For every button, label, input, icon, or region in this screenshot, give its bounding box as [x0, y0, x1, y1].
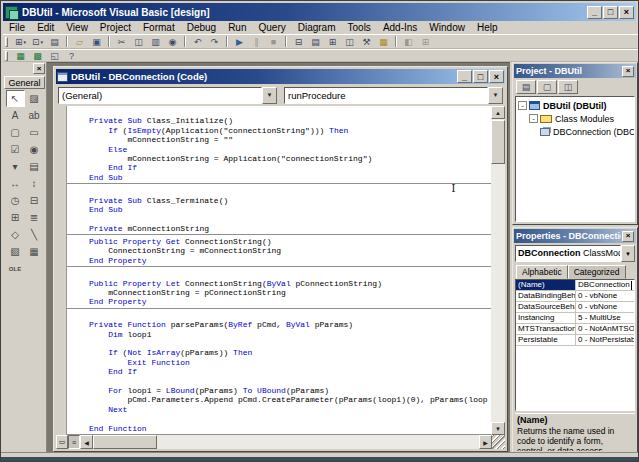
dhtml-designer-button[interactable]: ◱: [46, 49, 63, 62]
break-button[interactable]: ∥: [248, 35, 265, 48]
menu-item-window[interactable]: Window: [423, 21, 471, 34]
vertical-scroll-thumb[interactable]: [491, 120, 505, 164]
menu-item-edit[interactable]: Edit: [31, 21, 60, 34]
toolbox-close-icon[interactable]: ×: [33, 63, 45, 74]
vscrollbar-tool[interactable]: ↕: [25, 175, 44, 192]
menu-item-help[interactable]: Help: [471, 21, 504, 34]
code-minimize-button[interactable]: _: [457, 70, 472, 83]
toggle-folders-button[interactable]: ◫: [558, 80, 578, 94]
timer-tool[interactable]: ◷: [6, 192, 25, 209]
chevron-down-icon[interactable]: ▼: [488, 87, 503, 104]
menu-item-project[interactable]: Project: [94, 21, 137, 34]
code-margin-bar[interactable]: [56, 106, 67, 435]
copy-button[interactable]: ◫: [130, 35, 147, 48]
checkbox-tool[interactable]: ☑: [6, 141, 25, 158]
project-title-bar[interactable]: Project - DBUtil ×: [514, 64, 636, 78]
object-dropdown[interactable]: (General) ▼: [58, 87, 277, 104]
code-editor[interactable]: Private Sub Class_Initialize() If (IsEmp…: [67, 106, 491, 435]
expand-collapse-icon[interactable]: -: [518, 101, 527, 110]
properties-close-icon[interactable]: ×: [622, 231, 634, 242]
scroll-right-icon[interactable]: ▶: [479, 435, 492, 449]
menu-item-tools[interactable]: Tools: [342, 21, 377, 34]
open-project-button[interactable]: ▱: [71, 35, 88, 48]
filelistbox-tool[interactable]: ≣: [25, 209, 44, 226]
chevron-down-icon[interactable]: ▼: [262, 87, 277, 104]
property-row[interactable]: (Name)DBConnection: [516, 280, 634, 291]
expand-collapse-icon[interactable]: -: [529, 114, 538, 123]
frame-tool[interactable]: ▢: [6, 124, 25, 141]
tab-categorized[interactable]: Categorized: [568, 265, 626, 279]
object-selector-dropdown[interactable]: DBConnection ClassModule ▼: [515, 245, 635, 262]
data-report-button[interactable]: ▩: [29, 49, 46, 62]
menu-item-file[interactable]: File: [3, 21, 31, 34]
menu-item-addins[interactable]: Add-Ins: [377, 21, 423, 34]
tree-item-class-modules[interactable]: -Class Modules: [516, 112, 634, 125]
shape-tool[interactable]: ◇: [6, 226, 25, 243]
end-button[interactable]: ■: [265, 35, 282, 48]
view-object-button[interactable]: ▢: [537, 80, 557, 94]
code-maximize-button[interactable]: □: [473, 70, 488, 83]
data-view-button[interactable]: ▦: [375, 35, 392, 48]
property-row[interactable]: MTSTransactionMode0 - NotAnMTSObj: [516, 324, 634, 335]
project-explorer-button[interactable]: ⊟: [290, 35, 307, 48]
object-browser-button[interactable]: ◫: [341, 35, 358, 48]
menu-editor-button[interactable]: ▤: [46, 35, 63, 48]
drivelistbox-tool[interactable]: ⊟: [25, 192, 44, 209]
code-window-title-bar[interactable]: DBUtil - DBConnection (Code) _ □ ×: [56, 69, 505, 84]
toolbar-grip[interactable]: [5, 37, 8, 47]
dirlistbox-tool[interactable]: ⊞: [6, 209, 25, 226]
data-tool[interactable]: ▦: [25, 243, 44, 260]
scroll-up-icon[interactable]: ▲: [491, 106, 505, 119]
position-indicator[interactable]: ⊞: [417, 35, 434, 48]
paste-button[interactable]: ▥: [147, 35, 164, 48]
hscrollbar-tool[interactable]: ↔: [6, 175, 25, 192]
menu-item-debug[interactable]: Debug: [181, 21, 222, 34]
pointer-tool[interactable]: ↖: [6, 90, 25, 107]
scroll-track[interactable]: [157, 435, 479, 449]
tab-alphabetic[interactable]: Alphabetic: [516, 265, 568, 279]
data-environment-button[interactable]: ▦: [12, 49, 29, 62]
cut-button[interactable]: ✂: [113, 35, 130, 48]
line-tool[interactable]: ╲: [25, 226, 44, 243]
scroll-left-icon[interactable]: ◀: [80, 435, 93, 449]
procedure-view-button[interactable]: ▭: [56, 435, 68, 449]
label-tool[interactable]: A: [6, 107, 25, 124]
ole-tool[interactable]: OLE: [6, 260, 25, 277]
code-close-button[interactable]: ×: [489, 70, 504, 83]
combobox-tool[interactable]: ▾: [6, 158, 25, 175]
property-row[interactable]: Instancing5 - MultiUse: [516, 313, 634, 324]
toolbox-tab-general[interactable]: General: [4, 76, 45, 89]
property-row[interactable]: Persistable0 - NotPersistable: [516, 335, 634, 346]
menu-item-diagram[interactable]: Diagram: [292, 21, 342, 34]
property-row[interactable]: DataBindingBehavior0 - vbNone: [516, 291, 634, 302]
undo-button[interactable]: ↶: [189, 35, 206, 48]
textbox-tool[interactable]: ab: [25, 107, 44, 124]
properties-window-button[interactable]: ▤: [307, 35, 324, 48]
commandbutton-tool[interactable]: ▭: [25, 124, 44, 141]
horizontal-scroll-thumb[interactable]: [93, 435, 157, 449]
resize-grip[interactable]: [492, 435, 505, 449]
close-button[interactable]: ×: [619, 6, 634, 19]
vertical-scrollbar[interactable]: ▲ ▼: [491, 106, 505, 435]
add-project-button[interactable]: ⊞▾: [12, 35, 29, 48]
start-button[interactable]: ▶: [231, 35, 248, 48]
optionbutton-tool[interactable]: ◉: [25, 141, 44, 158]
add-form-button[interactable]: ⊡▾: [29, 35, 46, 48]
minimize-button[interactable]: _: [587, 6, 602, 19]
maximize-button[interactable]: □: [603, 6, 618, 19]
menu-item-format[interactable]: Format: [137, 21, 181, 34]
form-layout-button[interactable]: ⊞: [324, 35, 341, 48]
full-module-view-button[interactable]: ≡: [68, 435, 80, 449]
procedure-dropdown[interactable]: runProcedure ▼: [284, 87, 503, 104]
listbox-tool[interactable]: ▤: [25, 158, 44, 175]
property-row[interactable]: DataSourceBehavior0 - vbNone: [516, 302, 634, 313]
image-tool[interactable]: ▧: [6, 243, 25, 260]
tree-item-dbconnection-dbconn[interactable]: DBConnection (DBConn: [516, 125, 634, 138]
menu-item-view[interactable]: View: [60, 21, 94, 34]
menu-item-run[interactable]: Run: [222, 21, 252, 34]
chevron-down-icon[interactable]: ▼: [621, 245, 635, 262]
save-project-button[interactable]: ▣: [88, 35, 105, 48]
picturebox-tool[interactable]: ▨: [25, 90, 44, 107]
toolbox-button[interactable]: ⚒: [358, 35, 375, 48]
toolbar-grip[interactable]: [5, 51, 8, 61]
